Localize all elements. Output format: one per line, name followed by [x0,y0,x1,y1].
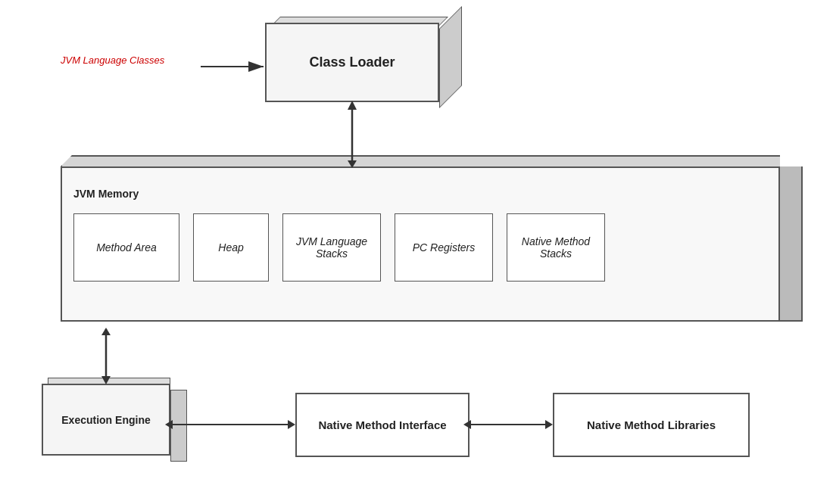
jvm-memory-right-face [780,166,803,322]
method-area-box: Method Area [73,213,179,282]
jvm-language-classes-label: JVM Language Classes [61,54,164,66]
native-method-interface-label: Native Method Interface [318,418,446,431]
class-loader-front-face: Class Loader [265,23,439,102]
native-method-interface-box: Native Method Interface [295,393,470,457]
jvm-stacks-box: JVM Language Stacks [282,213,381,282]
pc-registers-box: PC Registers [395,213,493,282]
memory-boxes-container: Method Area Heap JVM Language Stacks PC … [73,213,605,282]
native-method-libraries-label: Native Method Libraries [587,418,716,431]
native-stacks-box: Native Method Stacks [507,213,605,282]
exec-engine-front-face: Execution Engine [42,384,170,456]
jvm-memory-front-face: JVM Memory Method Area Heap JVM Language… [61,166,780,322]
jvm-architecture-diagram: Class Loader JVM Language Classes JVM Me… [0,0,833,504]
exec-engine-label: Execution Engine [61,414,150,426]
class-loader-label: Class Loader [309,54,395,70]
heap-box: Heap [193,213,269,282]
execution-engine-box: Execution Engine [42,384,193,467]
jvm-memory-label: JVM Memory [73,188,139,200]
class-loader-box: Class Loader [265,23,462,114]
right-arrowhead2 [545,420,553,429]
right-arrowhead1 [288,420,295,429]
exec-engine-right-face [170,390,187,462]
jvm-memory-box: JVM Memory Method Area Heap JVM Language… [61,155,803,329]
jvm-memory-top-face [61,155,780,166]
native-method-libraries-box: Native Method Libraries [553,393,750,457]
